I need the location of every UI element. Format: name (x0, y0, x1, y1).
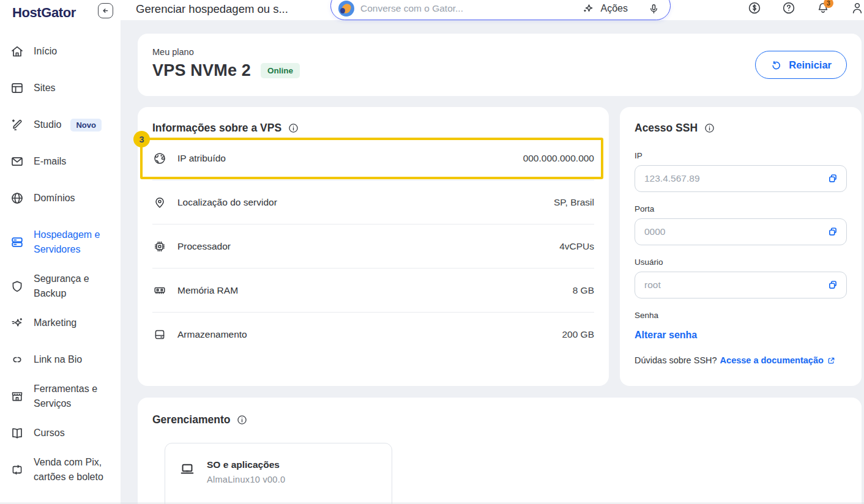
email-icon (10, 154, 26, 169)
sites-icon (10, 81, 26, 95)
vps-info-row-location: Localização do servidor SP, Brasil (152, 180, 594, 224)
link-icon (10, 352, 26, 367)
hostgator-logo: HostGator (12, 5, 76, 21)
actions-button[interactable]: Ações (582, 2, 628, 15)
status-badge: Online (261, 63, 300, 78)
payment-icon (10, 462, 26, 477)
plan-card: Meu plano VPS NVMe 2 Online Reiniciar (138, 34, 862, 96)
sidebar-item-studio[interactable]: Studio Novo (10, 117, 102, 132)
gator-mascot-icon (338, 1, 354, 17)
vps-info-row-ram: Memória RAM 8 GB (152, 269, 594, 313)
tutorial-step-badge: 3 (133, 131, 150, 147)
globe-icon (10, 191, 26, 206)
server-icon (10, 235, 26, 250)
ssh-docs-link[interactable]: Acesse a documentação (720, 355, 836, 365)
ssh-field-ip: IP (635, 151, 847, 192)
restart-icon (770, 59, 782, 71)
sidebar-item-ferramentas-servicos[interactable]: Ferramentas e Serviços (10, 382, 114, 411)
vps-info-row-ip: IP atribuído 000.000.000.000 (152, 136, 594, 180)
change-password-link[interactable]: Alterar senha (635, 330, 697, 341)
vps-info-card: Informações sobre a VPS 3 IP atribuído 0… (138, 107, 609, 386)
gator-chat-bar[interactable]: Ações (330, 0, 671, 20)
copy-port-button[interactable] (826, 225, 840, 239)
ip-globe-icon (152, 151, 168, 166)
copy-icon (826, 172, 840, 185)
ssh-ip-input[interactable] (635, 165, 847, 192)
copy-ip-button[interactable] (826, 172, 840, 185)
novo-badge: Novo (70, 119, 102, 132)
book-icon (10, 426, 26, 440)
arrow-left-square-icon (101, 6, 110, 15)
sidebar-item-link-na-bio[interactable]: Link na Bio (10, 352, 82, 367)
studio-icon (10, 117, 26, 132)
sidebar-item-cursos[interactable]: Cursos (10, 426, 65, 440)
ssh-field-porta: Porta (635, 204, 847, 245)
vps-info-title: Informações sobre a VPS (152, 122, 281, 135)
sidebar-item-inicio[interactable]: Início (10, 44, 57, 59)
external-link-icon (827, 356, 836, 365)
sidebar-item-sites[interactable]: Sites (10, 81, 56, 95)
copy-icon (826, 225, 840, 239)
ssh-user-input[interactable] (635, 272, 847, 298)
ssh-field-usuario: Usuário (635, 258, 847, 298)
sidebar-item-marketing[interactable]: Marketing (10, 316, 76, 330)
store-icon (10, 389, 26, 404)
os-card-title: SO e aplicações (207, 459, 285, 470)
sidebar-item-hospedagem-servidores[interactable]: Hospedagem e Servidores (10, 228, 114, 257)
gator-chat-input[interactable] (360, 3, 576, 14)
profile-icon[interactable] (850, 1, 864, 15)
ssh-docs-line: Dúvidas sobre SSH? Acesse a documentação (635, 355, 847, 365)
laptop-icon (179, 461, 196, 478)
sparkle-icon (10, 316, 26, 330)
billing-icon[interactable] (747, 1, 762, 15)
info-icon[interactable] (704, 122, 715, 134)
management-card: Gerenciamento SO e aplicações AlmaLinux1… (138, 398, 862, 504)
plan-eyebrow: Meu plano (152, 47, 847, 57)
copy-user-button[interactable] (826, 278, 840, 292)
location-pin-icon (152, 195, 168, 210)
help-icon[interactable] (781, 1, 796, 15)
shield-icon (10, 279, 26, 294)
vps-info-row-storage: Armazenamento 200 GB (152, 313, 594, 357)
info-icon[interactable] (236, 414, 248, 426)
microphone-icon[interactable] (647, 2, 660, 15)
plan-name: VPS NVMe 2 (152, 61, 251, 80)
storage-drive-icon (152, 327, 168, 342)
copy-icon (826, 278, 840, 292)
sidebar-item-dominios[interactable]: Domínios (10, 191, 75, 206)
sidebar-item-venda-pix[interactable]: Venda com Pix, cartões e boleto (10, 455, 114, 484)
sidebar-collapse-button[interactable] (98, 3, 113, 18)
info-icon[interactable] (288, 122, 299, 134)
os-card-subtitle: AlmaLinux10 v00.0 (207, 475, 285, 484)
os-applications-card[interactable]: SO e aplicações AlmaLinux10 v00.0 (165, 443, 392, 504)
home-icon (10, 44, 26, 59)
ram-icon (152, 283, 168, 298)
page-title: Gerenciar hospedagem ou s... (136, 0, 288, 20)
sidebar-item-seguranca-backup[interactable]: Segurança e Backup (10, 272, 114, 301)
sparkle-icon (582, 2, 595, 15)
notifications-icon[interactable]: 3 (816, 1, 830, 15)
sidebar-item-emails[interactable]: E-mails (10, 154, 66, 169)
management-title: Gerenciamento (152, 413, 230, 426)
vps-info-rows: IP atribuído 000.000.000.000 Localização… (152, 136, 594, 357)
sidebar: HostGator Início Sites Studio Novo E-mai… (0, 0, 121, 504)
vps-info-row-processor: Processador 4vCPUs (152, 224, 594, 269)
viewport-bottom-divider (0, 503, 864, 503)
ssh-title: Acesso SSH (635, 122, 698, 135)
hostgator-app: HostGator Início Sites Studio Novo E-mai… (0, 0, 864, 504)
restart-button[interactable]: Reiniciar (755, 51, 847, 79)
cpu-chip-icon (152, 239, 168, 254)
ssh-field-senha: Senha Alterar senha (635, 311, 847, 341)
ssh-card: Acesso SSH IP Porta Us (620, 107, 862, 386)
ssh-port-input[interactable] (635, 218, 847, 245)
